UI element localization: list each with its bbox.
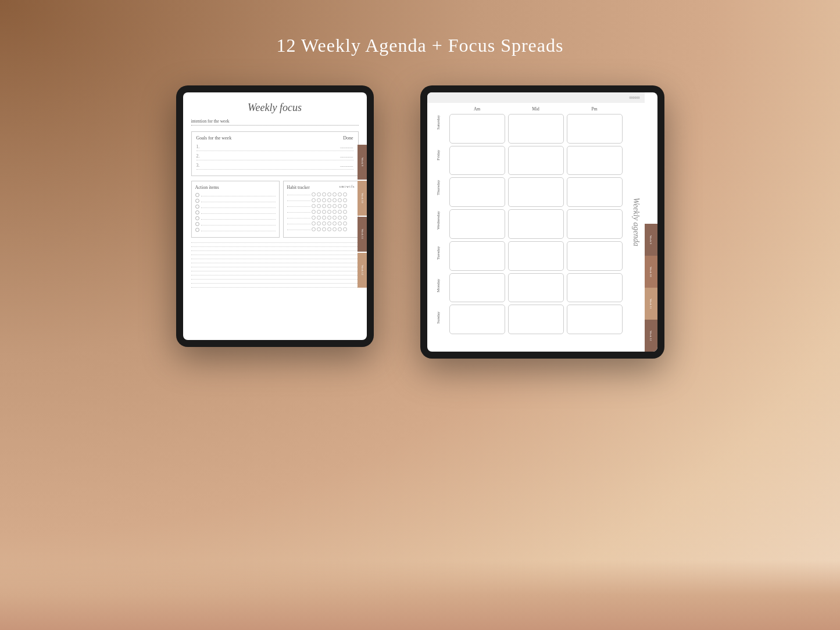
action-item [195, 222, 276, 226]
goal-line-2: 2. ............ [196, 153, 353, 160]
action-item [195, 199, 276, 203]
habit-tracker-section: Habit tracker s m t w t f s [283, 181, 359, 238]
cell-wed-mid[interactable] [508, 209, 564, 239]
cell-thu-pm[interactable] [567, 177, 623, 207]
day-friday: Friday [427, 139, 449, 171]
action-item [195, 228, 276, 232]
agenda-page: Saturday Friday Thursday Wednesday Tuesd… [427, 92, 657, 352]
habit-row [287, 227, 355, 231]
grid-row-wednesday [449, 209, 623, 239]
bottom-shelf [0, 560, 840, 630]
action-item [195, 205, 276, 209]
right-tablet: 000000 Saturday Friday Thursday Wednesda… [420, 85, 664, 359]
habit-row [287, 192, 355, 196]
grid-rows [449, 114, 623, 334]
side-tab-r-week12[interactable]: Week 12 [645, 320, 657, 352]
cell-wed-pm[interactable] [567, 209, 623, 239]
habit-row [287, 198, 355, 202]
side-tab-r-week10[interactable]: Week 10 [645, 256, 657, 288]
cell-fri-mid[interactable] [508, 146, 564, 176]
right-tablet-side-tabs: Week 9 Week 10 Week 11 Week 12 [645, 92, 657, 352]
side-tab-week11[interactable]: Week 11 [358, 217, 367, 252]
cell-sun-mid[interactable] [508, 305, 564, 334]
grid-row-thursday [449, 177, 623, 207]
day-sunday: Sunday [427, 302, 449, 334]
cell-sat-mid[interactable] [508, 114, 564, 144]
left-tablet: Weekly focus intention for the week Goal… [176, 85, 374, 347]
grid-area: Am Mid Pm [449, 92, 627, 352]
action-items-section: Action items [191, 181, 280, 238]
day-wednesday: Wednesday [427, 204, 449, 237]
side-tab-week10[interactable]: Week 10 [358, 181, 367, 216]
time-pm: Pm [567, 106, 623, 112]
habit-row [287, 216, 355, 220]
left-tablet-screen: Weekly focus intention for the week Goal… [183, 92, 367, 340]
cell-wed-am[interactable] [449, 209, 505, 239]
cell-fri-am[interactable] [449, 146, 505, 176]
goals-section: Goals for the week Done 1. ............ … [191, 131, 359, 176]
side-tab-r-week9[interactable]: Week 9 [645, 224, 657, 256]
cell-tue-pm[interactable] [567, 241, 623, 271]
focus-page: Weekly focus intention for the week Goal… [183, 92, 367, 293]
cell-sat-pm[interactable] [567, 114, 623, 144]
goal-line-3: 3. ............ [196, 163, 353, 170]
intention-line: intention for the week [191, 119, 359, 126]
action-item [195, 193, 276, 197]
right-tablet-screen: 000000 Saturday Friday Thursday Wednesda… [427, 92, 657, 352]
day-saturday: Saturday [427, 106, 449, 139]
days-column: Saturday Friday Thursday Wednesday Tuesd… [427, 92, 449, 352]
day-monday: Monday [427, 269, 449, 302]
weekly-agenda-label: Weekly agenda [631, 198, 641, 246]
cell-sun-am[interactable] [449, 305, 505, 334]
action-item [195, 216, 276, 220]
goals-header: Goals for the week Done [196, 135, 353, 141]
time-am: Am [449, 106, 505, 112]
grid-row-monday [449, 273, 623, 303]
side-tab-r-week11[interactable]: Week 11 [645, 288, 657, 320]
day-thursday: Thursday [427, 171, 449, 204]
action-habit-row: Action items Habit tracker s m t [191, 181, 359, 238]
cell-mon-am[interactable] [449, 273, 505, 303]
cell-thu-am[interactable] [449, 177, 505, 207]
cell-sun-pm[interactable] [567, 305, 623, 334]
tablets-container: Weekly focus intention for the week Goal… [176, 85, 664, 359]
cell-tue-mid[interactable] [508, 241, 564, 271]
grid-row-friday [449, 146, 623, 176]
goal-line-1: 1. ............ [196, 144, 353, 151]
left-tablet-side-tabs: Week 9 Week 10 Week 11 Week 12 [358, 145, 367, 288]
cell-sat-am[interactable] [449, 114, 505, 144]
cell-mon-pm[interactable] [567, 273, 623, 303]
habit-row [287, 204, 355, 208]
grid-row-tuesday [449, 241, 623, 271]
cell-thu-mid[interactable] [508, 177, 564, 207]
cell-mon-mid[interactable] [508, 273, 564, 303]
grid-row-saturday [449, 114, 623, 144]
side-tab-week9[interactable]: Week 9 [358, 145, 367, 180]
agenda-label-area: Weekly agenda [627, 92, 645, 352]
notes-section [191, 242, 359, 288]
day-tuesday: Tuesday [427, 237, 449, 269]
time-mid: Mid [508, 106, 564, 112]
time-headers: Am Mid Pm [449, 106, 623, 112]
habit-row [287, 221, 355, 225]
focus-page-title: Weekly focus [191, 102, 359, 114]
cell-fri-pm[interactable] [567, 146, 623, 176]
cell-tue-am[interactable] [449, 241, 505, 271]
habit-row [287, 210, 355, 214]
grid-row-sunday [449, 305, 623, 334]
action-item [195, 210, 276, 214]
side-tab-week12[interactable]: Week 12 [358, 253, 367, 288]
main-title: 12 Weekly Agenda + Focus Spreads [277, 35, 564, 56]
